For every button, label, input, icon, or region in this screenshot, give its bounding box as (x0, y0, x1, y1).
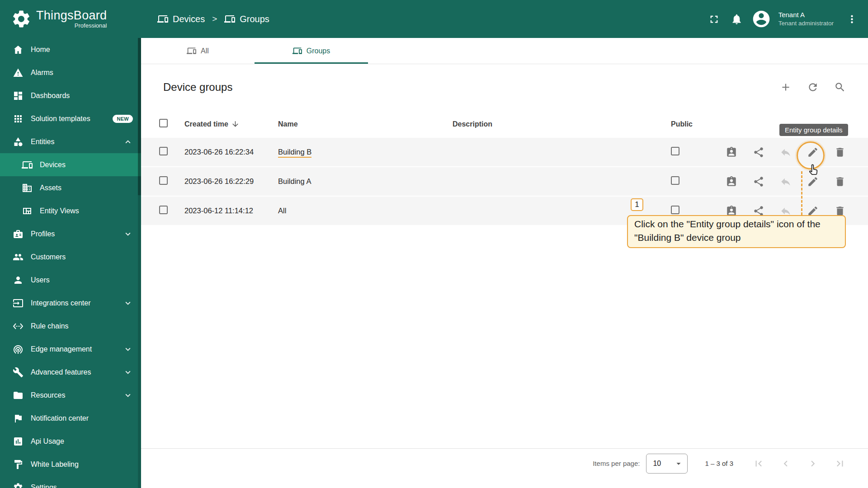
group-members-button[interactable] (722, 172, 741, 192)
sidebar-item-white-labeling[interactable]: White Labeling (0, 453, 141, 476)
share-icon (753, 146, 764, 158)
edit-icon (807, 176, 819, 188)
sidebar: ThingsBoard Professional Home Alarms Das… (0, 0, 141, 488)
hand-cursor-icon (806, 163, 820, 177)
last-page-icon (834, 458, 846, 469)
row-checkbox[interactable] (159, 176, 168, 185)
sidebar-item-notification-center[interactable]: Notification center (0, 407, 141, 430)
tab-groups[interactable]: Groups (255, 38, 368, 64)
share-button[interactable] (749, 142, 769, 162)
table-row[interactable]: 2023-06-26 16:22:34 Building B (141, 138, 868, 167)
row-actions (722, 172, 868, 192)
sidebar-scrollbar-thumb[interactable] (138, 38, 141, 195)
table-row[interactable]: 2023-06-26 16:22:29 Building A (141, 167, 868, 197)
user-avatar-icon[interactable] (751, 9, 771, 29)
row-checkbox-cell (159, 206, 184, 216)
thingsboard-logo[interactable]: ThingsBoard Professional (0, 0, 141, 38)
sidebar-item-integrations-center[interactable]: Integrations center (0, 291, 141, 314)
row-checkbox[interactable] (159, 206, 168, 214)
search-button[interactable] (830, 77, 850, 97)
sidebar-item-assets[interactable]: Assets (0, 176, 141, 199)
notification-icon (13, 413, 24, 424)
notifications-button[interactable] (727, 9, 747, 29)
unshare-button[interactable] (776, 172, 796, 192)
name-cell: Building A (278, 177, 453, 186)
sidebar-item-api-usage[interactable]: Api Usage (0, 430, 141, 453)
delete-button[interactable] (830, 142, 850, 162)
created-time-cell: 2023-06-26 16:22:34 (184, 148, 278, 156)
next-page-button[interactable] (803, 454, 823, 474)
delete-button[interactable] (830, 172, 850, 192)
public-checkbox[interactable] (671, 147, 679, 155)
items-per-page-select[interactable]: 10 (646, 454, 688, 474)
column-public[interactable]: Public (667, 120, 722, 128)
sort-desc-icon (231, 120, 240, 128)
sidebar-item-edge-management[interactable]: Edge management (0, 338, 141, 361)
assets-icon (22, 183, 33, 193)
sidebar-item-resources[interactable]: Resources (0, 384, 141, 407)
select-all-checkbox[interactable] (159, 119, 168, 127)
sidebar-item-entity-views[interactable]: Entity Views (0, 199, 141, 222)
sidebar-item-dashboards[interactable]: Dashboards (0, 84, 141, 107)
profiles-icon (13, 229, 24, 239)
sidebar-item-label: Advanced features (31, 368, 116, 376)
annotation-dashed-line (801, 171, 802, 215)
sidebar-item-settings[interactable]: Settings (0, 476, 141, 488)
last-page-button[interactable] (830, 454, 850, 474)
users-icon (13, 275, 24, 286)
sidebar-item-label: Entities (31, 138, 116, 146)
next-page-icon (807, 458, 819, 469)
public-checkbox[interactable] (671, 176, 679, 185)
bell-icon (731, 13, 743, 25)
reply-icon (780, 176, 792, 188)
first-page-button[interactable] (749, 454, 769, 474)
tab-all[interactable]: All (141, 38, 255, 64)
sidebar-item-solution-templates[interactable]: Solution templates NEW (0, 107, 141, 130)
white-labeling-icon (13, 459, 24, 470)
sidebar-item-entities[interactable]: Entities (0, 130, 141, 153)
column-created-time[interactable]: Created time (184, 120, 278, 128)
sidebar-item-devices[interactable]: Devices (0, 153, 141, 176)
refresh-button[interactable] (803, 77, 823, 97)
user-name: Tenant A (778, 10, 834, 19)
search-icon (834, 81, 846, 93)
breadcrumb-devices[interactable]: Devices (157, 14, 205, 24)
sidebar-item-profiles[interactable]: Profiles (0, 222, 141, 245)
chevron-down-icon (123, 390, 133, 400)
row-checkbox[interactable] (159, 147, 168, 155)
sidebar-item-rule-chains[interactable]: Rule chains (0, 314, 141, 338)
group-members-icon (726, 176, 737, 188)
prev-page-icon (780, 458, 792, 469)
group-members-button[interactable] (722, 142, 741, 162)
sidebar-item-label: Home (31, 46, 133, 54)
sidebar-item-label: Api Usage (31, 437, 133, 446)
sidebar-item-users[interactable]: Users (0, 268, 141, 291)
previous-page-button[interactable] (776, 454, 796, 474)
sidebar-nav: Home Alarms Dashboards Solution template… (0, 38, 141, 488)
sidebar-item-alarms[interactable]: Alarms (0, 61, 141, 84)
share-button[interactable] (749, 172, 769, 192)
sidebar-item-label: Edge management (31, 345, 116, 353)
items-per-page-label: Items per page: (593, 460, 640, 467)
entity-group-details-tooltip: Entity group details (779, 124, 848, 136)
column-description[interactable]: Description (453, 120, 667, 128)
public-checkbox[interactable] (671, 206, 679, 214)
public-cell (667, 206, 722, 216)
sidebar-item-home[interactable]: Home (0, 38, 141, 61)
more-menu-button[interactable] (842, 9, 862, 29)
sidebar-item-advanced-features[interactable]: Advanced features (0, 361, 141, 384)
column-name[interactable]: Name (278, 120, 453, 128)
user-info[interactable]: Tenant A Tenant administrator (778, 10, 834, 27)
sidebar-item-label: Notification center (31, 414, 133, 422)
add-button[interactable] (776, 77, 796, 97)
unshare-button[interactable] (776, 142, 796, 162)
sidebar-item-customers[interactable]: Customers (0, 245, 141, 268)
fullscreen-button[interactable] (704, 9, 724, 29)
table-header-bar: Device groups (141, 64, 868, 110)
reply-icon (780, 146, 792, 158)
breadcrumb-groups[interactable]: Groups (224, 14, 269, 24)
delete-icon (834, 176, 846, 188)
select-all-cell (159, 119, 184, 129)
table-toolbar (776, 77, 850, 97)
delete-icon (834, 146, 846, 158)
